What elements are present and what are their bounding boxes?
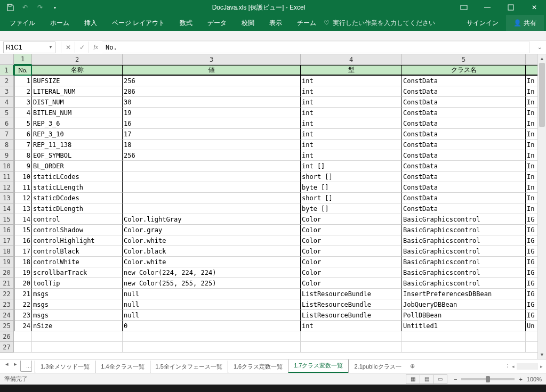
save-icon[interactable] xyxy=(4,2,16,13)
col-header[interactable]: 2 xyxy=(32,54,123,65)
cell-val[interactable]: null xyxy=(123,310,301,321)
cell-type[interactable]: Color xyxy=(301,225,402,235)
cell-type[interactable]: byte [] xyxy=(301,182,402,193)
cell-empty[interactable] xyxy=(14,331,32,342)
hscroll-left-icon[interactable]: ◂ xyxy=(512,364,515,369)
sheet-tab[interactable]: 1.6クラス定数一覧 xyxy=(228,361,288,373)
cell-class[interactable]: BasicGraphicscontrol xyxy=(402,225,526,235)
cell-class[interactable]: InsertPreferencesDBBean xyxy=(402,289,526,299)
tab-review[interactable]: 校閲 xyxy=(234,15,262,31)
cell-type[interactable]: Color xyxy=(301,214,402,225)
cell-no[interactable]: 17 xyxy=(14,246,32,257)
qat-dropdown-icon[interactable]: ▾ xyxy=(49,2,61,13)
cell-empty[interactable] xyxy=(301,342,402,353)
scroll-up-icon[interactable]: ▲ xyxy=(538,54,546,63)
row-header[interactable]: 10 xyxy=(0,161,14,172)
signin-link[interactable]: サインイン xyxy=(459,15,506,31)
cell-no[interactable]: 8 xyxy=(14,150,32,161)
row-header[interactable]: 6 xyxy=(0,118,14,129)
cell-val[interactable]: null xyxy=(123,289,301,299)
cell-val[interactable]: new Color(255, 255, 225) xyxy=(123,278,301,289)
cell-no[interactable]: 11 xyxy=(14,182,32,193)
cell-name[interactable]: scrollbarTrack xyxy=(32,267,123,278)
row-header[interactable]: 13 xyxy=(0,193,14,203)
view-page-layout-icon[interactable]: ▤ xyxy=(420,374,433,384)
col-header[interactable]: 1 xyxy=(14,54,32,65)
hscroll-right-icon[interactable]: ▸ xyxy=(540,364,543,369)
cell-no[interactable]: 10 xyxy=(14,172,32,182)
tab-home[interactable]: ホーム xyxy=(43,15,77,31)
cell-no[interactable]: 2 xyxy=(14,86,32,97)
tab-team[interactable]: チーム xyxy=(290,15,324,31)
sheet-tab[interactable]: 1.7クラス変数一覧 xyxy=(288,360,349,373)
cancel-icon[interactable]: ✕ xyxy=(61,42,75,53)
cell-val[interactable]: 16 xyxy=(123,118,301,129)
cell-name[interactable]: staticLLength xyxy=(32,182,123,193)
row-header[interactable]: 22 xyxy=(0,289,14,299)
cell-val[interactable] xyxy=(123,172,301,182)
redo-icon[interactable]: ↷ xyxy=(34,2,46,13)
cell-type[interactable]: ListResourceBundle xyxy=(301,299,402,310)
cell-name[interactable]: controlHighlight xyxy=(32,235,123,246)
cell-header-no[interactable]: No. xyxy=(14,65,32,76)
row-header[interactable]: 14 xyxy=(0,203,14,214)
cell-val[interactable]: 17 xyxy=(123,129,301,140)
sheet-tab[interactable]: 1.4全クラス一覧 xyxy=(95,361,150,373)
cell-type[interactable]: int xyxy=(301,150,402,161)
cell-empty[interactable] xyxy=(402,342,526,353)
cell-class[interactable]: ConstData xyxy=(402,150,526,161)
cell-val[interactable]: 18 xyxy=(123,140,301,150)
enter-icon[interactable]: ✓ xyxy=(75,42,89,53)
cell-no[interactable]: 12 xyxy=(14,193,32,203)
cell-no[interactable]: 24 xyxy=(14,321,32,331)
cell-name[interactable]: LITERAL_NUM xyxy=(32,86,123,97)
row-header[interactable]: 12 xyxy=(0,182,14,193)
row-header[interactable]: 21 xyxy=(0,278,14,289)
cell-class[interactable]: BasicGraphicscontrol xyxy=(402,235,526,246)
cell-name[interactable]: staticDLength xyxy=(32,203,123,214)
cell-empty[interactable] xyxy=(32,331,123,342)
cell-val[interactable]: 256 xyxy=(123,76,301,86)
row-header[interactable]: 26 xyxy=(0,331,14,342)
cell-class[interactable]: BasicGraphicscontrol xyxy=(402,214,526,225)
cell-val[interactable] xyxy=(123,193,301,203)
scroll-thumb[interactable] xyxy=(539,63,545,127)
cell-no[interactable]: 3 xyxy=(14,97,32,108)
cell-empty[interactable] xyxy=(123,342,301,353)
cell-no[interactable]: 13 xyxy=(14,203,32,214)
maximize-icon[interactable] xyxy=(499,0,523,15)
cell-type[interactable]: int xyxy=(301,321,402,331)
cell-val[interactable]: Color.gray xyxy=(123,225,301,235)
scroll-down-icon[interactable]: ▼ xyxy=(538,350,546,359)
row-header[interactable]: 24 xyxy=(0,310,14,321)
cell-class[interactable]: ConstData xyxy=(402,97,526,108)
tell-me[interactable]: ♡ 実行したい作業を入力してください xyxy=(324,19,435,28)
zoom-out-icon[interactable]: − xyxy=(454,376,457,382)
zoom-in-icon[interactable]: + xyxy=(519,376,522,382)
sheet-tab-overflow[interactable]: ... xyxy=(20,361,32,372)
cell-val[interactable] xyxy=(123,182,301,193)
cell-class[interactable]: ConstData xyxy=(402,161,526,172)
cell-type[interactable]: Color xyxy=(301,235,402,246)
cell-val[interactable]: Color.black xyxy=(123,246,301,257)
cell-no[interactable]: 20 xyxy=(14,278,32,289)
row-header[interactable]: 7 xyxy=(0,129,14,140)
tab-page-layout[interactable]: ページ レイアウト xyxy=(105,15,172,31)
cell-class[interactable]: ConstData xyxy=(402,140,526,150)
cell-type[interactable]: ListResourceBundle xyxy=(301,310,402,321)
zoom-slider[interactable] xyxy=(461,378,515,380)
row-header[interactable]: 2 xyxy=(0,76,14,86)
cell-no[interactable]: 21 xyxy=(14,289,32,299)
cell-val[interactable]: Color.white xyxy=(123,257,301,267)
cell-name[interactable]: controlShadow xyxy=(32,225,123,235)
cell-name[interactable]: controlWhite xyxy=(32,257,123,267)
cell-class[interactable]: ConstData xyxy=(402,76,526,86)
cell-class[interactable]: ConstData xyxy=(402,203,526,214)
tab-insert[interactable]: 挿入 xyxy=(77,15,105,31)
cell-empty[interactable] xyxy=(123,331,301,342)
cell-no[interactable]: 1 xyxy=(14,76,32,86)
cell-empty[interactable] xyxy=(301,331,402,342)
cell-val[interactable] xyxy=(123,203,301,214)
cell-class[interactable]: ConstData xyxy=(402,86,526,97)
row-header[interactable]: 25 xyxy=(0,321,14,331)
